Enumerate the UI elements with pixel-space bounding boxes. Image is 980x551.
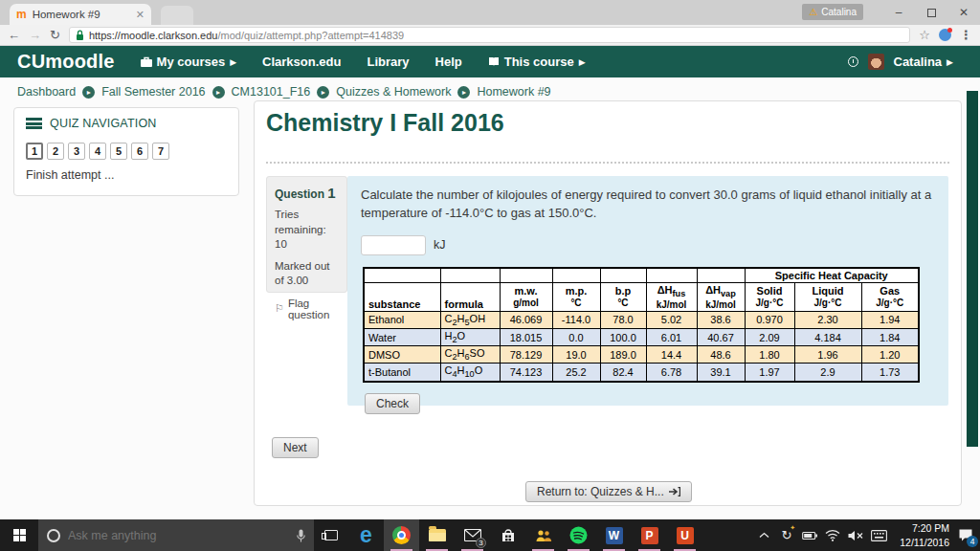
question-7-button[interactable]: 7 [152,143,169,160]
nav-my-courses[interactable]: My courses▶ [141,55,236,69]
breadcrumb-link-2[interactable]: CM13101_F16 [232,85,311,99]
value-cell: 39.1 [697,364,745,382]
sync-tray-button[interactable]: ↻✦ [775,519,798,551]
messenger-app-button[interactable] [525,519,561,551]
value-cell: 189.0 [600,346,646,364]
table-blank-header [552,268,600,283]
task-view-button[interactable] [314,519,348,551]
browser-menu-icon[interactable]: ⋮ [960,28,972,42]
battery-tray-button[interactable] [798,519,821,551]
substance-cell: DMSO [364,346,440,364]
windows-taskbar: e 3 [0,519,980,551]
breadcrumb-link-3[interactable]: Quizzes & Homework [336,85,451,99]
navbar-right: Catalina▶ [848,54,954,70]
new-tab-button[interactable] [161,6,193,25]
value-cell: 48.6 [697,346,745,364]
maximize-button[interactable] [915,0,947,25]
window-controls: – ✕ [882,0,980,25]
answer-input[interactable] [361,235,426,255]
breadcrumb-link-1[interactable]: Fall Semester 2016 [101,85,205,99]
value-cell: 14.4 [646,346,697,364]
powerpoint-icon: P [641,527,658,544]
breadcrumb-separator-icon: ▸ [317,86,329,99]
start-button[interactable] [0,519,38,551]
search-input[interactable] [68,529,289,542]
question-1-button[interactable]: 1 [26,143,43,160]
question-4-button[interactable]: 4 [89,143,106,160]
table-column-header: b.p°C [600,282,646,311]
moodle-navbar: CUmoodle My courses▶ Clarkson.edu Librar… [0,46,980,77]
taskbar-search[interactable] [38,519,314,551]
table-column-header: m.w.g/mol [500,282,552,311]
forward-button[interactable]: → [29,29,41,41]
question-2-button[interactable]: 2 [47,143,64,160]
breadcrumb-link-4[interactable]: Homework #9 [477,85,550,99]
screen: m Homework #9 ✕ ⚠ Catalina – ✕ ← → ↻ htt… [0,0,980,551]
wifi-tray-button[interactable] [821,519,844,551]
question-3-button[interactable]: 3 [68,143,85,160]
question-6-button[interactable]: 6 [131,143,148,160]
word-app-button[interactable]: W [596,519,632,551]
refresh-button[interactable]: ↻ [50,29,60,41]
marked-out-of: Marked out of 3.00 [275,259,339,289]
minimize-button[interactable]: – [882,0,915,25]
question-number-buttons: 1234567 [26,143,227,160]
browser-tab[interactable]: m Homework #9 ✕ [10,4,151,25]
mail-app-button[interactable]: 3 [455,519,490,551]
bookmark-star-icon[interactable]: ☆ [919,28,930,42]
system-tray: ↻✦ [752,519,980,551]
profile-name: Catalina [821,7,857,17]
flag-question-link[interactable]: ⚐ Flag question [275,298,339,320]
breadcrumb-link-0[interactable]: Dashboard [17,85,76,99]
finish-attempt-link[interactable]: Finish attempt ... [26,168,227,182]
hamburger-icon[interactable] [26,118,42,129]
extension-icon[interactable] [939,29,951,41]
chrome-app-button[interactable] [384,519,419,551]
check-button[interactable]: Check [365,393,420,414]
wifi-icon [825,529,840,541]
user-avatar[interactable] [868,54,884,70]
volume-tray-button[interactable] [844,519,867,551]
microphone-icon[interactable] [297,529,305,542]
edge-app-button[interactable]: e [348,519,384,551]
table-row: WaterH2O18.0150.0100.06.0140.672.094.184… [364,329,919,346]
value-cell: 19.0 [552,346,600,364]
nav-clarkson-edu[interactable]: Clarkson.edu [262,55,341,69]
value-cell: 1.20 [861,346,919,364]
answer-row: kJ [361,235,935,255]
address-bar[interactable]: https://moodle.clarkson.edu/mod/quiz/att… [69,27,910,43]
powerpoint-app-button[interactable]: P [632,519,667,551]
table-column-header: GasJ/g·°C [861,282,919,311]
spotify-app-button[interactable] [561,519,596,551]
taskbar-clock[interactable]: 7:20 PM 12/11/2016 [890,521,951,548]
table-column-header: LiquidJ/g·°C [794,282,861,311]
question-label: Question [275,187,324,201]
padlock-icon [76,30,84,41]
red-app-button[interactable]: U [667,519,702,551]
store-app-button[interactable] [490,519,525,551]
nav-library[interactable]: Library [367,55,409,69]
site-brand[interactable]: CUmoodle [17,51,115,73]
file-explorer-button[interactable] [419,519,455,551]
mail-badge: 3 [476,538,486,548]
nav-this-course[interactable]: This course▶ [488,55,586,69]
user-menu[interactable]: Catalina▶ [894,55,954,69]
show-hidden-icons-button[interactable] [752,519,775,551]
browser-tab-strip: m Homework #9 ✕ ⚠ Catalina – ✕ [0,0,980,25]
action-center-button[interactable]: 4 [951,519,980,551]
value-cell: 2.9 [794,364,861,382]
breadcrumb: Dashboard▸Fall Semester 2016▸CM13101_F16… [0,77,980,99]
formula-cell: C4H10O [440,364,500,382]
clock-icon[interactable] [848,56,858,67]
moodle-page: CUmoodle My courses▶ Clarkson.edu Librar… [0,46,980,519]
close-button[interactable]: ✕ [947,0,980,25]
return-button[interactable]: Return to: Quizzes & H... [525,481,692,502]
value-cell: 100.0 [600,329,646,346]
nav-help[interactable]: Help [435,55,462,69]
back-button[interactable]: ← [8,29,20,41]
browser-profile-badge[interactable]: ⚠ Catalina [802,4,863,20]
question-5-button[interactable]: 5 [110,143,127,160]
next-button[interactable]: Next [272,437,319,458]
tab-close-icon[interactable]: ✕ [136,9,145,21]
touch-keyboard-button[interactable] [867,519,890,551]
